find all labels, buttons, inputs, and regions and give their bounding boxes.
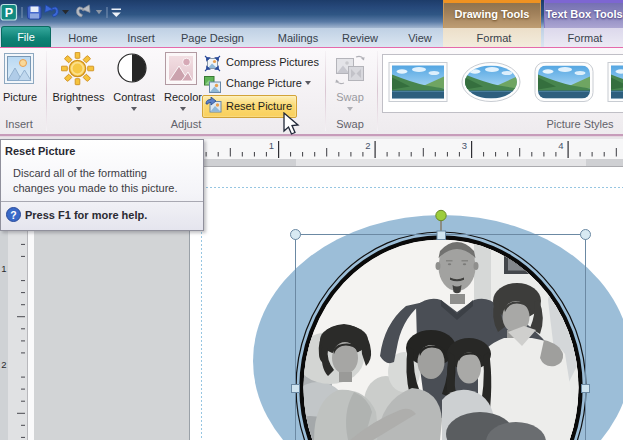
svg-text:?: ?	[10, 209, 16, 221]
svg-text:2: 2	[365, 140, 370, 151]
svg-text:P: P	[5, 6, 13, 20]
svg-text:3: 3	[462, 140, 467, 151]
svg-text:2: 2	[1, 359, 6, 370]
svg-text:1: 1	[1, 263, 6, 274]
svg-text:4: 4	[558, 140, 563, 151]
svg-text:1: 1	[269, 140, 274, 151]
